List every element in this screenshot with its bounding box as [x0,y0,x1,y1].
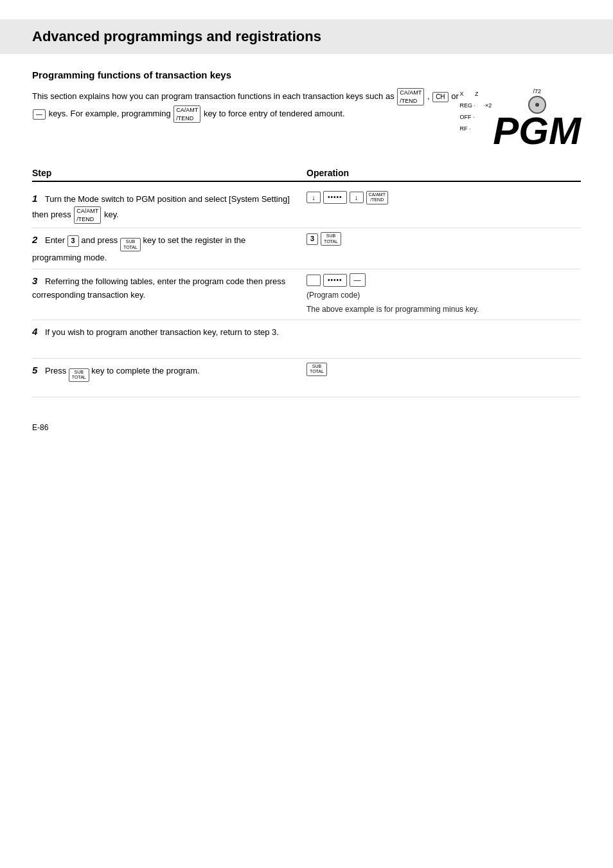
pgm-top-row: X Z REG · ·×2 OFF · RF · /72 PGM [460,88,581,149]
key-sub-total-op2: SUBTOTAL [321,232,341,246]
key-sub-total-step2: SUBTOTAL [120,238,141,251]
key-sub-total-step5: SUBTOTAL [69,368,89,382]
key-minus-inline: — [33,109,46,120]
pgm-knob [528,96,546,114]
step-text-2a: Enter [45,235,67,245]
intro-text2: key to force entry of tendered amount. [204,109,345,118]
key-ca-amt-op1: CA/AMT/TEND [366,191,388,204]
key-arrow-down-1: ↓ [306,192,321,203]
key-ca-amt-inline2: CA/AMT/TEND [173,105,200,123]
step-text-5a: Press [45,366,69,375]
label-reg: REG · ·×2 [460,100,492,111]
key-ca-amt-inline: CA/AMT/TEND [397,88,424,105]
label-off: OFF · [460,111,492,123]
op-keys-2: 3 SUBTOTAL [306,232,581,246]
step-num-5: 5 [32,365,37,375]
step-col-4: 4 If you wish to program another transac… [32,324,306,339]
table-row: 4 If you wish to program another transac… [32,320,581,359]
intro-or: or [451,91,459,101]
table-section: Step Operation 1 Turn the Mode switch to… [32,168,581,397]
op-col-3: ••••• — (Program code) The above example… [306,273,581,316]
step-num-2: 2 [32,234,37,245]
pgm-side-labels: X Z REG · ·×2 OFF · RF · [460,88,492,134]
label-72: /72 [533,88,541,95]
key-sub-total-op5: SUBTOTAL [306,363,327,376]
op-keys-1: ↓ ••••• ↓ CA/AMT/TEND [306,191,581,204]
table-header: Step Operation [32,168,581,182]
label-x: X Z [460,88,492,100]
step-num-1: 1 [32,193,37,204]
key-ca-amt-step1: CA/AMT/TEND [74,206,101,224]
pgm-text: PGM [493,114,581,149]
step-text-2b: and press [81,235,120,245]
step-text-3: Referring the following tables, enter th… [32,276,285,300]
page-title: Advanced programmings and registrations [32,28,581,45]
key-num-3-step2: 3 [67,235,79,247]
section-title: Programming functions of transaction key… [32,69,581,80]
page-header: Advanced programmings and registrations [0,19,613,54]
intro-text1: This section explains how you can progra… [32,91,396,101]
op-keys-3: ••••• — [306,273,581,287]
table-row: 3 Referring the following tables, enter … [32,269,581,320]
key-minus-op3: — [350,273,366,287]
key-num-3-op2: 3 [306,233,318,245]
intro-text: This section explains how you can progra… [32,88,460,123]
op-keys-5: SUBTOTAL [306,363,581,376]
step-col-1: 1 Turn the Mode switch to PGM position a… [32,191,306,224]
page-footer: E-86 [32,423,581,432]
table-row: 5 Press SUBTOTAL key to complete the pro… [32,359,581,397]
step-key-suffix-1: key. [104,210,119,219]
step-text-1: Turn the Mode switch to PGM position and… [32,194,290,219]
op-col-5: SUBTOTAL [306,363,581,379]
step-col-5: 5 Press SUBTOTAL key to complete the pro… [32,363,306,382]
op-col-2: 3 SUBTOTAL [306,232,581,248]
pgm-knob-area: /72 PGM [493,88,581,149]
step-num-3: 3 [32,275,37,286]
table-row: 2 Enter 3 and press SUBTOTAL key to set … [32,228,581,269]
step-text-4: If you wish to program another transacti… [45,327,279,337]
page-number: E-86 [32,423,48,432]
col-operation-header: Operation [306,168,581,178]
key-dots-1: ••••• [323,191,347,204]
key-arrow-down-2: ↓ [350,192,364,203]
step-num-4: 4 [32,326,37,337]
op-col-1: ↓ ••••• ↓ CA/AMT/TEND [306,191,581,207]
label-rf: RF · [460,123,492,134]
step-col-3: 3 Referring the following tables, enter … [32,273,306,302]
key-empty-box [306,275,321,286]
step-col-2: 2 Enter 3 and press SUBTOTAL key to set … [32,232,306,265]
intro-area: This section explains how you can progra… [32,88,581,149]
op-note-3b: The above example is for programming min… [306,303,581,316]
key-dots-3: ••••• [323,274,347,287]
page: Advanced programmings and registrations … [0,0,613,458]
intro-keys-text: keys. For example, programming [49,109,173,118]
intro-comma: , [427,91,432,101]
pgm-diagram: X Z REG · ·×2 OFF · RF · /72 PGM [460,88,581,149]
step-text-5b: key to complete the program. [91,366,199,375]
key-ch-inline: CH [432,92,448,102]
table-row: 1 Turn the Mode switch to PGM position a… [32,187,581,228]
op-note-3a: (Program code) [306,289,581,302]
col-step-header: Step [32,168,306,178]
